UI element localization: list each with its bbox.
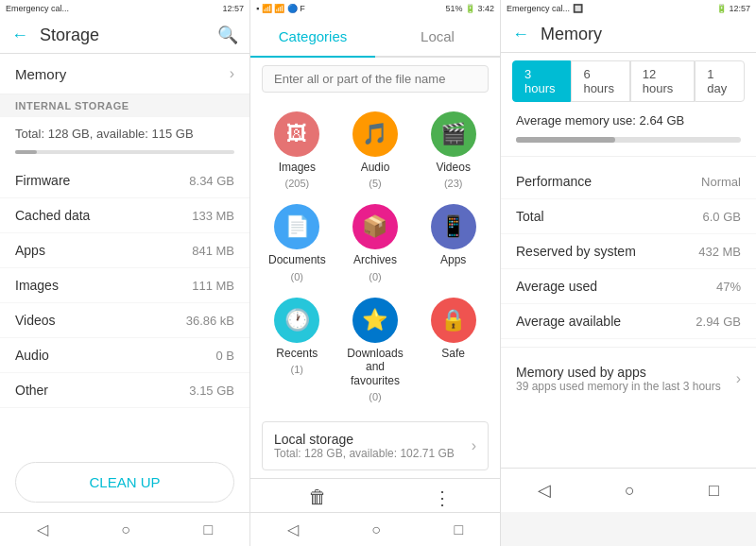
grid-item-videos[interactable]: 🎬 Videos (23) [418, 108, 489, 193]
memory-nav-bar: ◁ ○ □ [501, 468, 756, 512]
storage-val-audio: 0 B [215, 349, 234, 363]
storage-row-apps[interactable]: Apps 841 MB [0, 233, 249, 268]
mem-label-reserved: Reserved by system [516, 244, 636, 259]
mem-label-performance: Performance [516, 174, 592, 189]
audio-label: Audio [361, 161, 390, 174]
back-icon[interactable]: ← [11, 26, 28, 45]
recents-label: Recents [276, 347, 318, 360]
grid-item-documents[interactable]: 📄 Documents (0) [262, 200, 333, 285]
storage-content: Memory › INTERNAL STORAGE Total: 128 GB,… [0, 54, 249, 452]
memory-time-tabs: 3 hours 6 hours 12 hours 1 day [501, 53, 756, 110]
storage-label-cached: Cached data [15, 208, 90, 223]
storage-val-cached: 133 MB [192, 209, 234, 223]
categories-panel: Categories Local 🖼 Images (205) 🎵 Audio … [250, 17, 501, 512]
tab-12hours[interactable]: 12 hours [630, 60, 695, 102]
storage-row-videos[interactable]: Videos 36.86 kB [0, 303, 249, 338]
memory-apps-row[interactable]: Memory used by apps 39 apps used memory … [501, 355, 756, 402]
nav-recent-storage[interactable]: □ [185, 520, 232, 540]
mem-label-avg-available: Average available [516, 314, 621, 329]
recents-count: (1) [291, 364, 303, 375]
videos-icon: 🎬 [431, 111, 476, 157]
search-input[interactable] [262, 65, 489, 93]
tab-3hours[interactable]: 3 hours [512, 60, 571, 102]
storage-title: Storage [40, 26, 206, 45]
emergency-call-1: Emergency cal... [6, 4, 69, 13]
documents-count: (0) [291, 271, 303, 282]
grid-item-downloads[interactable]: ⭐ Downloads and favourites (0) [340, 294, 411, 406]
local-storage-row[interactable]: Local storage Total: 128 GB, available: … [262, 421, 489, 470]
search-icon[interactable]: 🔍 [217, 25, 238, 45]
local-storage-title: Local storage [274, 432, 472, 447]
cleanup-button[interactable]: CLEAN UP [15, 462, 234, 503]
nav-recent-categories[interactable]: □ [436, 520, 483, 540]
grid-item-safe[interactable]: 🔒 Safe [418, 294, 489, 406]
storage-row-other[interactable]: Other 3.15 GB [0, 373, 249, 408]
memory-row[interactable]: Memory › [0, 54, 249, 94]
audio-icon: 🎵 [352, 111, 398, 157]
tab-local[interactable]: Local [375, 17, 500, 56]
tab-1day[interactable]: 1 day [695, 60, 745, 102]
safe-label: Safe [441, 347, 465, 360]
mem-val-avg-used: 47% [716, 280, 741, 294]
nav-recent[interactable]: □ [694, 477, 734, 504]
nav-home-categories[interactable]: ○ [352, 520, 400, 540]
emergency-call-3: Emergency cal... 🔲 [507, 4, 583, 13]
time-3: 🔋 12:57 [716, 4, 750, 13]
grid-item-audio[interactable]: 🎵 Audio (5) [340, 108, 411, 193]
avg-memory-use: Average memory use: 2.64 GB [501, 110, 756, 131]
nav-back[interactable]: ◁ [523, 476, 566, 504]
images-label: Images [279, 161, 316, 174]
status-bar-2: ▪ 📶 📶 🔵 F 51% 🔋 3:42 [250, 0, 501, 17]
categories-tabs: Categories Local [250, 17, 500, 58]
search-bar [250, 58, 500, 100]
tab-categories[interactable]: Categories [250, 17, 375, 58]
local-storage-chevron: › [472, 437, 476, 454]
storage-label-audio: Audio [15, 348, 49, 363]
bottom-nav-storage: ◁ ○ □ [0, 512, 250, 546]
mem-val-avg-available: 2.94 GB [696, 315, 741, 329]
storage-label-firmware: Firmware [15, 173, 70, 188]
memory-progress-bar [516, 137, 741, 143]
audio-count: (5) [369, 178, 381, 189]
memory-apps-sub: 39 apps used memory in the last 3 hours [516, 380, 721, 393]
divider-2 [501, 347, 756, 348]
archives-icon: 📦 [352, 204, 398, 249]
mem-row-total: Total 6.0 GB [501, 199, 756, 234]
mem-val-performance: Normal [701, 175, 741, 189]
nav-home-storage[interactable]: ○ [102, 520, 149, 540]
mem-row-performance: Performance Normal [501, 164, 756, 199]
more-bottom-btn[interactable]: ⋮ More [430, 486, 454, 512]
signal-icons: ▪ 📶 📶 🔵 F [256, 4, 305, 13]
documents-label: Documents [268, 253, 326, 266]
storage-progress-bar [15, 150, 234, 154]
storage-row-audio[interactable]: Audio 0 B [0, 338, 249, 373]
storage-label-images: Images [15, 278, 59, 293]
memory-panel: ← Memory 3 hours 6 hours 12 hours 1 day … [501, 17, 756, 512]
memory-apps-text: Memory used by apps 39 apps used memory … [516, 365, 721, 393]
memory-apps-chevron: › [736, 370, 741, 387]
memory-apps-title: Memory used by apps [516, 365, 721, 380]
cleanup-bottom-btn[interactable]: 🗑 Clean up [297, 486, 338, 512]
apps-icon: 📱 [431, 204, 476, 249]
mem-row-avg-available: Average available 2.94 GB [501, 304, 756, 339]
cleanup-bottom-icon: 🗑 [308, 486, 327, 508]
grid-item-apps[interactable]: 📱 Apps [418, 200, 489, 285]
grid-item-images[interactable]: 🖼 Images (205) [262, 108, 333, 193]
nav-back-storage[interactable]: ◁ [18, 519, 67, 540]
grid-item-recents[interactable]: 🕐 Recents (1) [262, 294, 333, 406]
memory-back-icon[interactable]: ← [512, 25, 529, 44]
internal-storage-header: INTERNAL STORAGE [0, 94, 249, 117]
local-storage-sub: Total: 128 GB, available: 102.71 GB [274, 447, 472, 460]
storage-row-cached[interactable]: Cached data 133 MB [0, 198, 249, 233]
memory-title: Memory [541, 25, 745, 44]
storage-val-other: 3.15 GB [189, 384, 234, 398]
storage-row-firmware: Firmware 8.34 GB [0, 163, 249, 198]
videos-label: Videos [436, 161, 470, 174]
storage-row-images[interactable]: Images 111 MB [0, 268, 249, 303]
nav-back-categories[interactable]: ◁ [268, 519, 318, 540]
nav-home[interactable]: ○ [610, 477, 650, 504]
memory-label: Memory [15, 66, 66, 82]
grid-item-archives[interactable]: 📦 Archives (0) [340, 200, 411, 285]
status-bars: Emergency cal... 12:57 ▪ 📶 📶 🔵 F 51% 🔋 3… [0, 0, 756, 17]
tab-6hours[interactable]: 6 hours [571, 60, 629, 102]
